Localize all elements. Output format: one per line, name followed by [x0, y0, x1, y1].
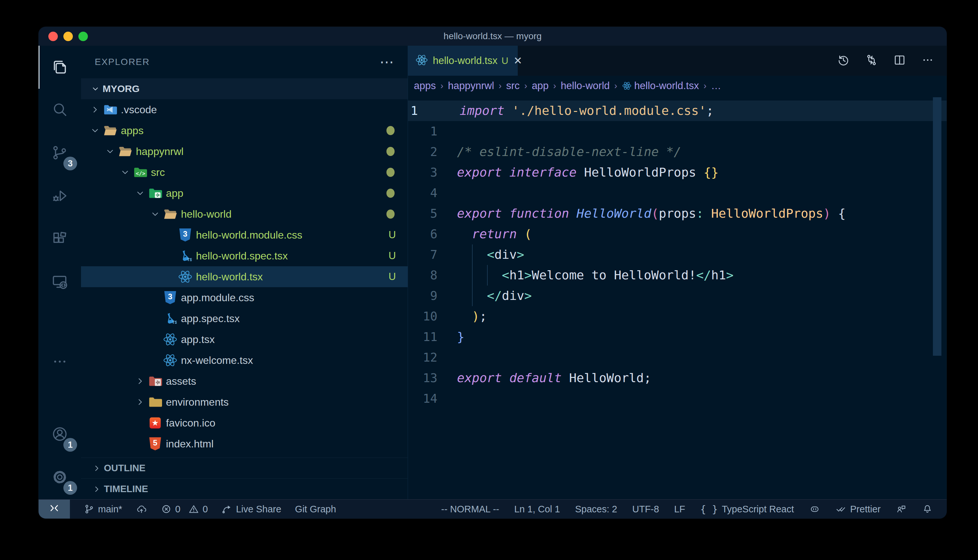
warning-icon	[188, 503, 199, 515]
status-indentation[interactable]: Spaces: 2	[575, 504, 617, 515]
folder-src-icon: </>	[133, 165, 148, 180]
zoom-window-button[interactable]	[79, 32, 88, 41]
tree-item-index-html[interactable]: 5index.html	[81, 433, 408, 454]
minimize-window-button[interactable]	[64, 32, 73, 41]
live-share-icon	[221, 503, 232, 515]
code-lines: 1import './hello-world.module.css';12/* …	[408, 100, 947, 409]
status-notifications[interactable]	[922, 503, 933, 515]
line-number: 3	[408, 162, 437, 183]
line-number: 13	[408, 368, 437, 388]
ellipsis-icon[interactable]	[921, 53, 934, 68]
tree-item-favicon-ico[interactable]: ★favicon.ico	[81, 412, 408, 433]
tree-item-app-module-css[interactable]: 3app.module.css	[81, 287, 408, 308]
tree-item-hello-world-tsx[interactable]: hello-world.tsxU	[81, 266, 408, 287]
tab-hello-world-tsx[interactable]: hello-world.tsx U ✕	[408, 46, 518, 76]
history-icon[interactable]	[837, 53, 850, 68]
split-icon[interactable]	[893, 53, 906, 68]
status-cursor-position[interactable]: Ln 1, Col 1	[514, 504, 560, 515]
code-line: 4	[408, 183, 947, 203]
tree-item-label: hello-world.tsx	[196, 271, 263, 283]
code-line: 5export function HelloWorld(props: Hello…	[408, 203, 947, 224]
section-outline[interactable]: OUTLINE	[81, 458, 408, 478]
status-language-mode[interactable]: { }TypeScript React	[700, 503, 794, 515]
activity-accounts[interactable]: 1	[38, 413, 81, 456]
activity-extensions[interactable]	[38, 218, 81, 261]
views-and-more-actions-button[interactable]: ⋯	[379, 59, 395, 65]
close-tab-icon[interactable]: ✕	[513, 55, 522, 67]
react-icon	[415, 53, 428, 68]
breadcrumb-item-apps[interactable]: apps	[414, 80, 436, 92]
activity-settings[interactable]: 1	[38, 456, 81, 499]
workspace-section-header[interactable]: MYORG	[81, 78, 408, 99]
chevron-right-icon	[90, 464, 104, 473]
activity-remote-explorer[interactable]	[38, 261, 81, 304]
tree-item-label: src	[151, 167, 165, 178]
status-problems[interactable]: 00	[161, 503, 208, 515]
status-live-share[interactable]: Live Share	[221, 503, 281, 515]
code-line: 11}	[408, 327, 947, 347]
activity-explorer[interactable]	[38, 46, 81, 89]
code-line: 3export interface HelloWorldProps {}	[408, 162, 947, 183]
tree-item-assets[interactable]: assets	[81, 371, 408, 392]
breadcrumb-item-app[interactable]: app	[532, 80, 549, 92]
breadcrumb-item-happynrwl[interactable]: happynrwl	[448, 80, 494, 92]
status-copilot[interactable]	[809, 503, 820, 515]
tree-item-apps[interactable]: apps	[81, 120, 408, 141]
tree-item-app[interactable]: app	[81, 183, 408, 203]
breadcrumb-item-hello-world[interactable]: hello-world	[561, 80, 610, 92]
tree-item-nx-welcome-tsx[interactable]: nx-welcome.tsx	[81, 350, 408, 371]
status-vim-mode[interactable]: -- NORMAL --	[441, 504, 499, 515]
tree-item-happynrwl[interactable]: happynrwl	[81, 141, 408, 162]
code-line: 8 <h1>Welcome to HelloWorld!</h1>	[408, 265, 947, 285]
status-git-graph[interactable]: Git Graph	[295, 504, 336, 515]
compare-icon[interactable]	[865, 53, 878, 68]
tree-item-label: app.module.css	[181, 292, 254, 304]
code-line: 9 </div>	[408, 285, 947, 306]
cloud-upload-icon	[136, 503, 147, 515]
status-label: Spaces: 2	[575, 504, 617, 515]
chevron-right-icon	[87, 105, 102, 114]
tree-item-app-spec-tsx[interactable]: TSapp.spec.tsx	[81, 308, 408, 329]
line-number: 10	[408, 306, 437, 327]
activity-search[interactable]	[38, 89, 81, 132]
status-label: main*	[98, 504, 122, 515]
status-label: Live Share	[236, 504, 281, 515]
status-label: TypeScript React	[722, 504, 794, 515]
breadcrumb-item-src[interactable]: src	[506, 80, 520, 92]
status-eol[interactable]: LF	[674, 504, 685, 515]
status-sync[interactable]	[136, 503, 147, 515]
status-git-branch[interactable]: main*	[84, 503, 122, 515]
activity-source-control[interactable]: 3	[38, 132, 81, 175]
git-untracked-badge: U	[389, 229, 396, 241]
tree-item-label: hello-world	[181, 208, 232, 220]
tree-item-label: app	[166, 187, 183, 199]
tree-item-environments[interactable]: environments	[81, 392, 408, 412]
status-encoding[interactable]: UTF-8	[632, 504, 659, 515]
activity-run-debug[interactable]	[38, 175, 81, 218]
section-timeline[interactable]: TIMELINE	[81, 478, 408, 499]
chevron-down-icon	[87, 126, 102, 135]
tree-item-hello-world[interactable]: hello-world	[81, 203, 408, 225]
tree-item--vscode[interactable]: .vscode	[81, 99, 408, 120]
section-label: OUTLINE	[104, 463, 145, 473]
breadcrumb-separator: ›	[614, 81, 617, 91]
tree-item-app-tsx[interactable]: app.tsx	[81, 329, 408, 350]
line-number: 2	[408, 142, 437, 162]
activity-more-views[interactable]	[38, 341, 81, 384]
tree-item-hello-world-spec-tsx[interactable]: TShello-world.spec.tsxU	[81, 245, 408, 266]
breadcrumb-item-hello-world-tsx[interactable]: hello-world.tsx	[622, 80, 699, 92]
git-untracked-badge: U	[389, 271, 396, 283]
tree-item-hello-world-module-css[interactable]: 3hello-world.module.cssU	[81, 225, 408, 245]
status-remote-indicator[interactable]	[38, 500, 70, 518]
tree-item-src[interactable]: </>src	[81, 162, 408, 183]
line-number: 4	[408, 183, 437, 203]
status-feedback[interactable]	[896, 503, 907, 515]
breadcrumb-item--[interactable]: …	[711, 80, 721, 92]
activity-badge: 1	[64, 438, 77, 452]
code-editor[interactable]: 1import './hello-world.module.css';12/* …	[408, 96, 947, 499]
status-prettier[interactable]: Prettier	[835, 503, 881, 515]
tree-item-label: happynrwl	[136, 145, 184, 158]
line-number: 14	[408, 388, 437, 409]
editor-scrollbar[interactable]	[933, 97, 941, 356]
close-window-button[interactable]	[48, 32, 58, 41]
